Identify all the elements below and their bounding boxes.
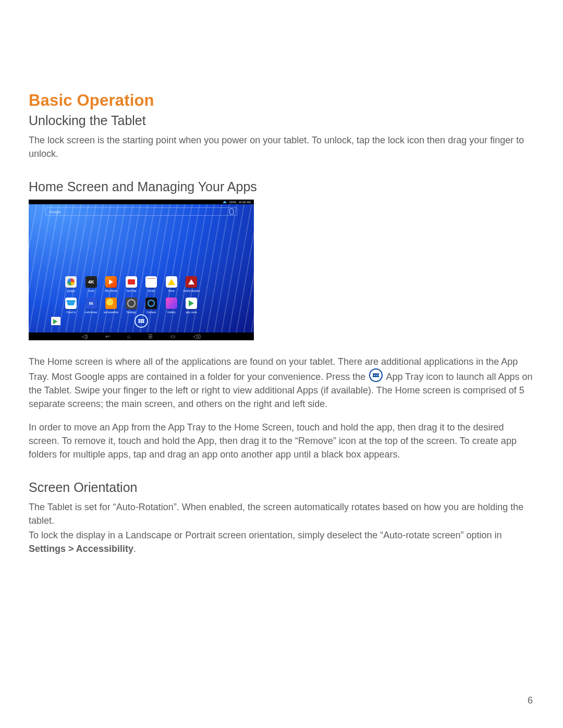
heading-screen-orientation: Screen Orientation — [29, 480, 534, 495]
play-music-icon — [105, 276, 117, 288]
manual-page: Basic Operation Unlocking the Tablet The… — [0, 0, 563, 728]
tablet-wallpaper: Google google 4KVudu Play Music YouTube … — [29, 204, 254, 332]
text-run: . — [133, 544, 136, 554]
app-label: Play Music — [105, 289, 117, 292]
status-battery: 100% — [229, 201, 236, 204]
settings-path-bold: Settings > Accessibility — [29, 544, 133, 554]
tablet-dock — [48, 314, 234, 328]
app-play-music[interactable]: Play Music — [101, 276, 121, 292]
app-mxbrowser[interactable]: mmxbrowser — [81, 298, 102, 314]
drive-icon — [166, 276, 177, 288]
status-time: 10:08 AM — [238, 201, 251, 204]
app-settings[interactable]: Settings — [121, 298, 142, 314]
app-label: Vudu — [88, 289, 94, 292]
camera-icon — [145, 298, 157, 309]
back-icon[interactable]: ↩ — [105, 334, 109, 339]
app-google[interactable]: google — [61, 276, 81, 292]
heading-home-screen: Home Screen and Managing Your Apps — [29, 179, 534, 194]
gmail-icon — [145, 276, 157, 288]
app-play-store[interactable]: play store — [181, 298, 202, 314]
paragraph-orientation-1: The Tablet is set for “Auto-Rotation”. W… — [29, 500, 534, 527]
screenshot-icon[interactable]: ▭ — [170, 334, 175, 339]
app-vudu[interactable]: 4KVudu — [81, 276, 102, 292]
text-run: To lock the display in a Landscape or Po… — [29, 530, 501, 540]
volume-up-icon[interactable]: ◁)) — [193, 334, 201, 339]
gallery-icon — [166, 298, 177, 309]
vudu-icon: 4K — [85, 276, 97, 288]
heading-unlocking: Unlocking the Tablet — [29, 113, 534, 128]
app-adobe-reader[interactable]: Adobe Reader — [181, 276, 202, 292]
tablet-nav-bar: ◁) ↩ ⌂ ☰ ▭ ◁)) — [29, 332, 254, 340]
mic-icon[interactable] — [229, 208, 234, 215]
mxbrowser-icon: m — [85, 298, 97, 309]
youtube-icon — [126, 276, 137, 288]
app-camera[interactable]: Camera — [141, 298, 162, 314]
tablet-status-bar: 100% 10:08 AM — [29, 200, 254, 204]
paragraph-home-1: The Home screen is where all of the appl… — [29, 355, 534, 411]
app-accuweather[interactable]: accuweather — [101, 298, 121, 314]
search-placeholder: Google — [49, 210, 61, 214]
tablet-screenshot: 100% 10:08 AM Google google 4KVudu Play … — [29, 200, 254, 340]
app-tray-inline-icon — [369, 368, 383, 382]
app-label: Gmail — [148, 289, 155, 292]
paragraph-orientation-2: To lock the display in a Landscape or Po… — [29, 528, 534, 556]
accuweather-icon — [105, 298, 117, 309]
app-label: Adobe Reader — [183, 289, 200, 292]
app-label: google — [67, 289, 75, 292]
app-cloudtv[interactable]: Cloud.tv — [61, 298, 81, 314]
home-icon[interactable]: ⌂ — [127, 334, 130, 339]
app-tray-icon[interactable] — [134, 314, 148, 328]
heading-basic-operation: Basic Operation — [29, 91, 534, 110]
cloud-icon — [65, 298, 77, 309]
app-label: Drive — [168, 289, 175, 292]
google-search-widget[interactable]: Google — [45, 207, 237, 216]
app-youtube[interactable]: YouTube — [121, 276, 142, 292]
wifi-icon — [223, 201, 227, 203]
google-icon — [65, 276, 77, 288]
adobe-icon — [186, 276, 197, 288]
app-label: YouTube — [126, 289, 137, 292]
app-drive[interactable]: Drive — [162, 276, 182, 292]
app-grid: google 4KVudu Play Music YouTube Gmail D… — [61, 276, 222, 314]
paragraph-home-2: In order to move an App from the App Tra… — [29, 421, 534, 461]
app-gallery[interactable]: Gallery — [162, 298, 182, 314]
volume-down-icon[interactable]: ◁) — [82, 334, 88, 339]
play-store-dock-icon[interactable] — [51, 317, 60, 325]
recents-icon[interactable]: ☰ — [148, 334, 153, 339]
page-number: 6 — [528, 695, 533, 706]
app-gmail[interactable]: Gmail — [141, 276, 162, 292]
paragraph-unlock: The lock screen is the starting point wh… — [29, 133, 534, 161]
play-store-icon — [186, 298, 197, 309]
settings-icon — [126, 298, 137, 309]
